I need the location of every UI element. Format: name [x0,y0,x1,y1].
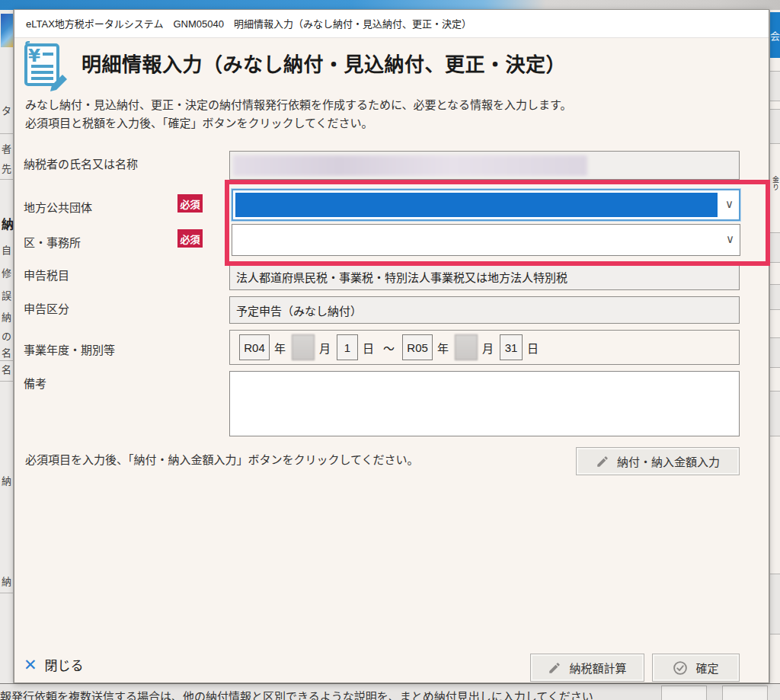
svg-text:¥: ¥ [28,46,40,66]
required-badge: 必須 [177,229,203,248]
remarks-textarea[interactable] [229,371,740,436]
taxpayer-name-field [229,151,740,180]
ward-office-select[interactable]: ∨ [232,224,740,256]
end-month-input[interactable] [455,334,478,360]
amount-entry-button-label: 納付・納入金額入力 [617,453,720,469]
close-x-icon: ✕ [24,657,37,673]
close-link-label: 閉じる [45,655,84,674]
local-government-label: 地方公共団体 [24,199,92,215]
chevron-down-icon: ∨ [726,232,734,246]
tax-item-field: 法人都道府県民税・事業税・特別法人事業税又は地方法人特別税 [229,263,740,290]
start-year-input[interactable]: R04 [239,334,270,360]
year-unit-label: 年 [274,340,286,356]
day-unit-label: 日 [527,340,539,356]
confirm-button[interactable]: 確定 [652,654,740,682]
amount-instruction-text: 必須項目を入力後、「納付・納入金額入力」ボタンをクリックしてください。 [25,451,419,467]
bg-text-fragment: 納 [2,574,11,588]
check-circle-icon [673,660,688,676]
close-link[interactable]: ✕ 閉じる [24,655,84,674]
taxpayer-name-label: 納税者の氏名又は名称 [24,155,138,171]
pencil-icon [596,455,609,468]
chevron-down-icon: ∨ [725,197,734,211]
required-badge: 必須 [177,194,203,213]
selected-option-highlight [235,193,718,217]
month-unit-label: 月 [482,340,494,356]
end-year-input[interactable]: R05 [402,334,433,360]
page-description-line2: 必須項目と税額を入力後、「確定」ボタンをクリックしてください。 [25,114,572,133]
bg-text-fragment: 先 [2,161,11,175]
local-government-select[interactable]: ∨ [232,189,740,221]
start-day-input[interactable]: 1 [337,334,358,360]
end-day-input[interactable]: 31 [500,334,523,360]
background-blue-button: 会 [770,12,780,58]
page-description-line1: みなし納付・見込納付、更正・決定の納付情報発行依頼を作成するために、必要となる情… [25,96,572,114]
tax-item-value: 法人都道府県民税・事業税・特別法人事業税又は地方法人特別税 [236,269,567,285]
bg-text-fragment: 納 [2,473,11,487]
background-window-left-sliver: タ 者 先 納 自 修 誤 納 の 名 名 納 納 [0,10,14,683]
tax-calc-button-label: 納税額計算 [569,660,626,676]
fiscal-period-group: R04 年 月 1 日 ～ R05 年 月 31 日 [229,330,740,365]
day-unit-label: 日 [363,340,374,356]
fiscal-period-label: 事業年度・期別等 [24,341,115,357]
bg-text-fragment: 修 [2,265,11,280]
confirm-button-label: 確定 [695,660,718,676]
page-description: みなし納付・見込納付、更正・決定の納付情報発行依頼を作成するために、必要となる情… [25,96,572,133]
report-category-label: 申告区分 [24,300,69,316]
bg-text-fragment: 名 [2,362,11,376]
remarks-label: 備考 [24,375,46,391]
bg-text-fragment: の [2,328,11,343]
report-category-value: 予定申告（みなし納付） [236,302,362,318]
bg-text-fragment: 誤 [2,288,11,302]
background-window-right-sliver: 会 金り [769,10,780,683]
bg-clipped-text: 報発行依頼を複数送信する場合は、他の納付情報と区別できるような説明を、まとめ納付… [0,688,593,700]
payment-document-icon: ¥ [18,41,72,93]
bg-text-fragment: 者 [2,141,11,155]
dialog-body: ¥ 明細情報入力（みなし納付・見込納付、更正・決定） みなし納付・見込納付、更正… [14,38,769,682]
tax-calc-button[interactable]: 納税額計算 [530,654,644,682]
month-unit-label: 月 [319,340,331,356]
page-title: 明細情報入力（みなし納付・見込納付、更正・決定） [82,49,566,77]
bg-text-fragment: 名 [2,345,11,360]
bg-text-fragment: 自 [2,242,11,257]
amount-entry-button[interactable]: 納付・納入金額入力 [576,447,740,475]
start-month-input[interactable] [292,334,315,360]
bg-text-fragment: 納 [2,214,14,232]
bg-text-fragment: 納 [2,309,11,324]
year-unit-label: 年 [437,340,449,356]
pencil-icon [548,661,561,675]
range-tilde: ～ [383,340,395,356]
bg-vertical-text: 金り [771,176,780,191]
tax-item-label: 申告税目 [24,267,69,283]
background-window-bottom-strip: 報発行依頼を複数送信する場合は、他の納付情報と区別できるような説明を、まとめ納付… [0,683,780,700]
detail-info-entry-dialog: eLTAX地方税ポータルシステム GNM05040 明細情報入力（みなし納付・見… [14,9,769,683]
background-app-logo [1,14,13,47]
dialog-title-bar: eLTAX地方税ポータルシステム GNM05040 明細情報入力（みなし納付・見… [14,10,769,38]
bg-text-fragment: タ [2,103,11,117]
ward-office-label: 区・事務所 [24,234,81,250]
report-category-field: 予定申告（みなし納付） [229,296,740,324]
redacted-taxpayer-name [233,155,587,176]
